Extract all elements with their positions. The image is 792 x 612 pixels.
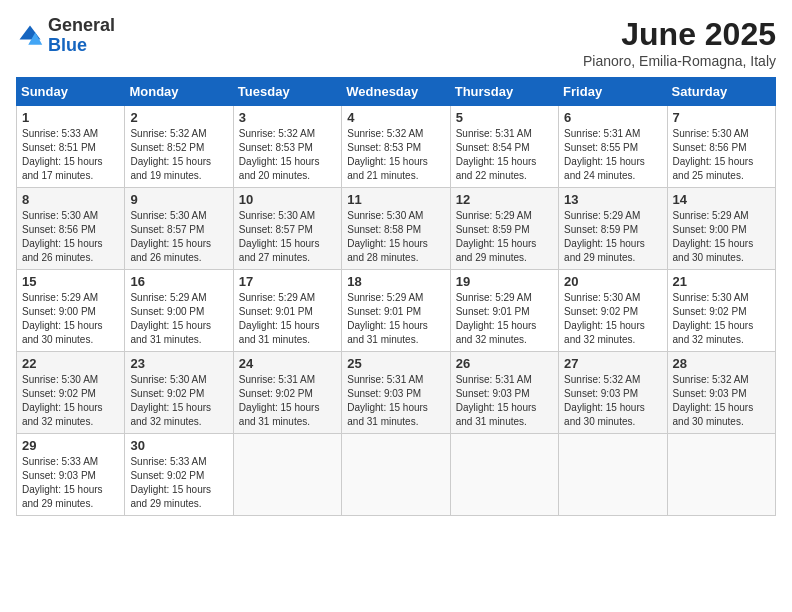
table-row: 18Sunrise: 5:29 AMSunset: 9:01 PMDayligh… [342, 270, 450, 352]
table-row: 5Sunrise: 5:31 AMSunset: 8:54 PMDaylight… [450, 106, 558, 188]
day-info: Sunrise: 5:30 AMSunset: 8:57 PMDaylight:… [239, 210, 320, 263]
col-saturday: Saturday [667, 78, 775, 106]
logo: General Blue [16, 16, 115, 56]
table-row [559, 434, 667, 516]
day-info: Sunrise: 5:29 AMSunset: 9:00 PMDaylight:… [673, 210, 754, 263]
day-info: Sunrise: 5:31 AMSunset: 9:02 PMDaylight:… [239, 374, 320, 427]
table-row: 12Sunrise: 5:29 AMSunset: 8:59 PMDayligh… [450, 188, 558, 270]
table-row: 17Sunrise: 5:29 AMSunset: 9:01 PMDayligh… [233, 270, 341, 352]
day-info: Sunrise: 5:32 AMSunset: 8:52 PMDaylight:… [130, 128, 211, 181]
day-number: 8 [22, 192, 119, 207]
table-row [233, 434, 341, 516]
day-info: Sunrise: 5:33 AMSunset: 9:02 PMDaylight:… [130, 456, 211, 509]
logo-blue-text: Blue [48, 35, 87, 55]
day-info: Sunrise: 5:30 AMSunset: 9:02 PMDaylight:… [564, 292, 645, 345]
table-row: 20Sunrise: 5:30 AMSunset: 9:02 PMDayligh… [559, 270, 667, 352]
day-number: 2 [130, 110, 227, 125]
day-info: Sunrise: 5:29 AMSunset: 9:01 PMDaylight:… [347, 292, 428, 345]
day-info: Sunrise: 5:29 AMSunset: 9:01 PMDaylight:… [239, 292, 320, 345]
table-row: 27Sunrise: 5:32 AMSunset: 9:03 PMDayligh… [559, 352, 667, 434]
calendar-header-row: Sunday Monday Tuesday Wednesday Thursday… [17, 78, 776, 106]
table-row: 10Sunrise: 5:30 AMSunset: 8:57 PMDayligh… [233, 188, 341, 270]
day-number: 12 [456, 192, 553, 207]
calendar-row: 8Sunrise: 5:30 AMSunset: 8:56 PMDaylight… [17, 188, 776, 270]
day-number: 18 [347, 274, 444, 289]
day-number: 7 [673, 110, 770, 125]
day-info: Sunrise: 5:30 AMSunset: 8:56 PMDaylight:… [22, 210, 103, 263]
day-number: 19 [456, 274, 553, 289]
day-info: Sunrise: 5:29 AMSunset: 9:00 PMDaylight:… [22, 292, 103, 345]
day-number: 22 [22, 356, 119, 371]
day-number: 5 [456, 110, 553, 125]
day-info: Sunrise: 5:31 AMSunset: 9:03 PMDaylight:… [347, 374, 428, 427]
day-number: 17 [239, 274, 336, 289]
logo-icon [16, 22, 44, 50]
page-header: General Blue June 2025 Pianoro, Emilia-R… [16, 16, 776, 69]
day-number: 3 [239, 110, 336, 125]
col-sunday: Sunday [17, 78, 125, 106]
calendar-row: 29Sunrise: 5:33 AMSunset: 9:03 PMDayligh… [17, 434, 776, 516]
day-number: 20 [564, 274, 661, 289]
calendar-table: Sunday Monday Tuesday Wednesday Thursday… [16, 77, 776, 516]
day-number: 16 [130, 274, 227, 289]
day-info: Sunrise: 5:29 AMSunset: 9:00 PMDaylight:… [130, 292, 211, 345]
col-wednesday: Wednesday [342, 78, 450, 106]
table-row: 9Sunrise: 5:30 AMSunset: 8:57 PMDaylight… [125, 188, 233, 270]
day-info: Sunrise: 5:32 AMSunset: 8:53 PMDaylight:… [239, 128, 320, 181]
day-info: Sunrise: 5:33 AMSunset: 8:51 PMDaylight:… [22, 128, 103, 181]
day-number: 11 [347, 192, 444, 207]
day-number: 13 [564, 192, 661, 207]
day-number: 9 [130, 192, 227, 207]
table-row: 6Sunrise: 5:31 AMSunset: 8:55 PMDaylight… [559, 106, 667, 188]
day-number: 1 [22, 110, 119, 125]
table-row: 24Sunrise: 5:31 AMSunset: 9:02 PMDayligh… [233, 352, 341, 434]
col-thursday: Thursday [450, 78, 558, 106]
day-info: Sunrise: 5:32 AMSunset: 9:03 PMDaylight:… [564, 374, 645, 427]
table-row: 23Sunrise: 5:30 AMSunset: 9:02 PMDayligh… [125, 352, 233, 434]
day-info: Sunrise: 5:33 AMSunset: 9:03 PMDaylight:… [22, 456, 103, 509]
table-row: 28Sunrise: 5:32 AMSunset: 9:03 PMDayligh… [667, 352, 775, 434]
table-row: 26Sunrise: 5:31 AMSunset: 9:03 PMDayligh… [450, 352, 558, 434]
day-number: 6 [564, 110, 661, 125]
day-number: 15 [22, 274, 119, 289]
table-row [667, 434, 775, 516]
day-number: 26 [456, 356, 553, 371]
day-info: Sunrise: 5:30 AMSunset: 8:57 PMDaylight:… [130, 210, 211, 263]
day-number: 24 [239, 356, 336, 371]
day-info: Sunrise: 5:29 AMSunset: 8:59 PMDaylight:… [564, 210, 645, 263]
col-friday: Friday [559, 78, 667, 106]
table-row: 15Sunrise: 5:29 AMSunset: 9:00 PMDayligh… [17, 270, 125, 352]
table-row: 16Sunrise: 5:29 AMSunset: 9:00 PMDayligh… [125, 270, 233, 352]
table-row: 8Sunrise: 5:30 AMSunset: 8:56 PMDaylight… [17, 188, 125, 270]
day-info: Sunrise: 5:30 AMSunset: 9:02 PMDaylight:… [22, 374, 103, 427]
table-row: 13Sunrise: 5:29 AMSunset: 8:59 PMDayligh… [559, 188, 667, 270]
title-block: June 2025 Pianoro, Emilia-Romagna, Italy [583, 16, 776, 69]
day-number: 30 [130, 438, 227, 453]
day-number: 29 [22, 438, 119, 453]
day-number: 4 [347, 110, 444, 125]
table-row: 29Sunrise: 5:33 AMSunset: 9:03 PMDayligh… [17, 434, 125, 516]
day-number: 25 [347, 356, 444, 371]
calendar-row: 22Sunrise: 5:30 AMSunset: 9:02 PMDayligh… [17, 352, 776, 434]
day-info: Sunrise: 5:32 AMSunset: 8:53 PMDaylight:… [347, 128, 428, 181]
table-row: 2Sunrise: 5:32 AMSunset: 8:52 PMDaylight… [125, 106, 233, 188]
table-row: 14Sunrise: 5:29 AMSunset: 9:00 PMDayligh… [667, 188, 775, 270]
day-info: Sunrise: 5:30 AMSunset: 8:56 PMDaylight:… [673, 128, 754, 181]
day-info: Sunrise: 5:31 AMSunset: 9:03 PMDaylight:… [456, 374, 537, 427]
day-number: 27 [564, 356, 661, 371]
table-row [450, 434, 558, 516]
table-row: 30Sunrise: 5:33 AMSunset: 9:02 PMDayligh… [125, 434, 233, 516]
table-row: 21Sunrise: 5:30 AMSunset: 9:02 PMDayligh… [667, 270, 775, 352]
col-tuesday: Tuesday [233, 78, 341, 106]
day-info: Sunrise: 5:31 AMSunset: 8:54 PMDaylight:… [456, 128, 537, 181]
day-number: 10 [239, 192, 336, 207]
day-info: Sunrise: 5:29 AMSunset: 8:59 PMDaylight:… [456, 210, 537, 263]
day-info: Sunrise: 5:30 AMSunset: 9:02 PMDaylight:… [673, 292, 754, 345]
calendar-row: 1Sunrise: 5:33 AMSunset: 8:51 PMDaylight… [17, 106, 776, 188]
table-row: 22Sunrise: 5:30 AMSunset: 9:02 PMDayligh… [17, 352, 125, 434]
day-number: 28 [673, 356, 770, 371]
day-info: Sunrise: 5:30 AMSunset: 9:02 PMDaylight:… [130, 374, 211, 427]
day-info: Sunrise: 5:32 AMSunset: 9:03 PMDaylight:… [673, 374, 754, 427]
calendar-row: 15Sunrise: 5:29 AMSunset: 9:00 PMDayligh… [17, 270, 776, 352]
day-info: Sunrise: 5:31 AMSunset: 8:55 PMDaylight:… [564, 128, 645, 181]
